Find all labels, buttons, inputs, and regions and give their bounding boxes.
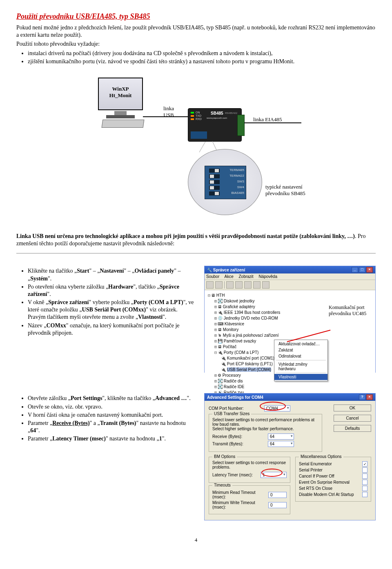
connection-diagram: WinXP Ht_Monit linka USB ON TXD RXD SB48… [82, 78, 310, 216]
page-number: 4 [16, 537, 376, 543]
latency-label: Latency Timer (msec): [212, 473, 258, 477]
tree-node[interactable]: Jednotky DVD nebo CD-ROM [224, 316, 278, 320]
sb485-device: ON TXD RXD SB485 RS485/422 www.papouch.c… [188, 108, 242, 142]
advanced-settings-window: Advanced Settings for COM4 ?× OK Cancel … [204, 393, 376, 520]
dip-label: BIAS485 [231, 191, 244, 195]
note: Select higher settings for faster perfor… [212, 427, 318, 431]
ctx-item[interactable]: Zakázat [274, 347, 327, 353]
keyboard [102, 120, 145, 128]
tree-leaf[interactable]: Komunikační port (COM1) [227, 356, 274, 360]
tree-node[interactable]: Grafické adaptéry [223, 305, 255, 309]
tree-leaf-selected[interactable]: USB Serial Port (COM4) [227, 367, 271, 372]
fieldset-legend: USB Transfer Sizes [212, 411, 251, 416]
dip-label: SW3 [237, 180, 244, 183]
help-icon[interactable]: ? [359, 394, 365, 400]
close-icon[interactable]: × [366, 267, 373, 273]
toolbar-btn[interactable] [262, 281, 270, 289]
tree-node[interactable]: Procesory [223, 373, 241, 378]
callout-line-text: Komunikační port [329, 305, 378, 311]
minread-input[interactable]: 0 [268, 492, 287, 498]
ctx-item[interactable]: Odinstalovat [274, 353, 327, 359]
zoom-line [212, 141, 217, 151]
checkbox-row[interactable]: Cancel If Power Off [299, 473, 368, 479]
ctx-item[interactable]: Vyhledat změny hardwaru [274, 361, 327, 372]
checkbox-row[interactable]: Serial Enumerator✓ [299, 461, 368, 467]
window-buttons: _□× [351, 267, 373, 273]
warning-bold: Linka USB není určena pro technologické … [16, 233, 355, 239]
maximize-icon[interactable]: □ [359, 267, 365, 273]
tree-node[interactable]: Myši a jiná polohovací zařízení [223, 333, 279, 338]
tree-root[interactable]: HTH [216, 293, 225, 298]
toolbar-btn[interactable] [215, 281, 223, 289]
step-item: Parametr „Latency Timer (msec)" nastavte… [28, 435, 196, 442]
device-name: SB485 [211, 111, 223, 116]
menu-item[interactable]: Nápověda [258, 274, 277, 279]
device-sub: RS485/422 [225, 112, 237, 114]
menu-item[interactable]: Akce [224, 274, 233, 279]
trans-select[interactable]: 64 [268, 441, 294, 447]
led-on [191, 112, 194, 113]
dialog-buttons: OK Cancel Defaults [334, 403, 371, 433]
minwrite-input[interactable]: 0 [268, 502, 287, 508]
step-item: Otevřete záložku „Port Settings", klikně… [28, 395, 196, 402]
ok-button[interactable]: OK [334, 405, 371, 411]
fieldset-legend: Miscellaneous Options [299, 454, 343, 459]
close-icon[interactable]: × [366, 394, 373, 400]
note: Select lower settings to correct respons… [212, 460, 287, 469]
tree-node[interactable]: Monitory [223, 327, 238, 332]
toolbar-btn[interactable] [253, 281, 261, 289]
tree-node[interactable]: IEEE 1394 Bus host controllers [224, 310, 280, 315]
tree-node[interactable]: Paměťové svazky [224, 339, 256, 343]
window-title: Advanced Settings for COM4 [207, 395, 263, 400]
step-item: Název „COMxx" označuje, na který komunik… [28, 322, 196, 337]
cancel-button[interactable]: Cancel [334, 415, 371, 422]
steps-list-1: Klikněte na tlačítko „Start" – „Nastaven… [16, 267, 196, 337]
checkbox-row[interactable]: Disable Modem Ctrl At Startup [299, 492, 368, 497]
tree-leaf[interactable]: Port ECP tiskárny (LPT1) [227, 362, 273, 366]
caption-line: typické nastavení [265, 184, 305, 190]
checkbox-row[interactable]: Serial Printer [299, 467, 368, 473]
checkbox[interactable]: ✓ [362, 461, 368, 467]
tree-node[interactable]: Počítač [223, 345, 236, 349]
recv-select[interactable]: 64 [268, 433, 294, 440]
tree-node-ports[interactable]: Porty (COM a LPT) [224, 350, 259, 355]
menu-item[interactable]: Soubor [206, 274, 219, 279]
ctx-item-selected[interactable]: Vlastnosti [274, 374, 327, 380]
defaults-button[interactable]: Defaults [334, 425, 371, 432]
menu-bar: Soubor Akce Zobrazit Nápověda [205, 273, 375, 280]
checkbox-row[interactable]: Set RTS On Close [299, 486, 368, 491]
monitor-base [106, 115, 135, 118]
eia485-label: linka EIA485 [253, 116, 282, 123]
usb-label-line: USB [163, 112, 174, 118]
step-item: Otevře se okno, viz. obr. vpravo. [28, 403, 196, 411]
tree-node[interactable]: Klávesnice [225, 322, 244, 326]
usb-label-line: linka [163, 105, 174, 112]
dip-label: SW4 [237, 185, 244, 189]
toolbar-btn[interactable] [206, 281, 214, 289]
toolbar-btn[interactable] [226, 281, 234, 289]
toolbar-btn[interactable] [235, 281, 243, 289]
checkbox-row[interactable]: Event On Surprise Removal [299, 480, 368, 485]
monitor: WinXP Ht_Monit [98, 78, 143, 110]
tree-node[interactable]: Radiče dis [224, 379, 243, 383]
checkbox[interactable] [362, 473, 368, 479]
req-item: zjištění komunikačního portu (viz. návod… [28, 58, 376, 65]
callout-line-text: převodníku UC485 [329, 311, 378, 317]
led-label: ON [196, 111, 200, 114]
warning-para: Linka USB není určena pro technologické … [16, 233, 376, 247]
zoom-line [199, 142, 206, 152]
tree-node[interactable]: Radiče IDE [224, 385, 245, 389]
tree-node[interactable]: Diskové jednotky [224, 299, 255, 303]
callout-text: Komunikační port převodníku UC485 [329, 305, 378, 317]
minimize-icon[interactable]: _ [352, 267, 358, 273]
checkbox[interactable] [362, 486, 368, 491]
context-menu: Aktualizovat ovladač… Zakázat Odinstalov… [274, 340, 328, 381]
ctx-item[interactable]: Aktualizovat ovladač… [274, 341, 327, 347]
menu-item[interactable]: Zobrazit [239, 274, 254, 279]
checkbox[interactable] [362, 467, 368, 473]
checkbox[interactable] [362, 480, 368, 485]
zoom-circle: TERM485 TERM422 SW3 SW4 BIAS485 [188, 149, 262, 215]
checkbox[interactable] [362, 492, 368, 497]
toolbar-btn[interactable] [244, 281, 252, 289]
monitor-text: Ht_Monit [99, 92, 142, 99]
